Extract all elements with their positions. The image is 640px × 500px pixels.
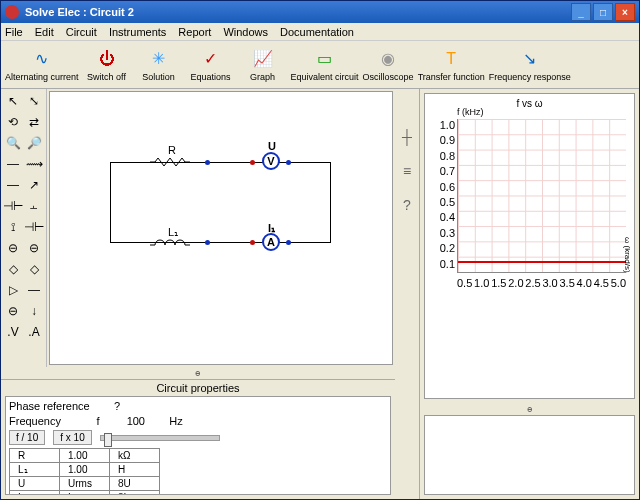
toolbar-transfer-function[interactable]: TTransfer function: [418, 43, 485, 87]
x-axis: 0.51.01.52.02.53.03.54.04.55.0: [457, 277, 626, 289]
info-panel: [424, 415, 635, 495]
node: [205, 240, 210, 245]
properties-panel: Circuit properties Phase reference ? Fre…: [1, 379, 395, 499]
menu-report[interactable]: Report: [178, 26, 211, 38]
toolbar-frequency-response[interactable]: ↘Frequency response: [489, 43, 571, 87]
palette-tool-12[interactable]: ⟟: [3, 217, 23, 237]
zoom-icon[interactable]: ≡: [403, 163, 411, 179]
freq-value: 100: [127, 415, 145, 427]
phase-ref-label: Phase reference: [9, 400, 90, 412]
freq-label: Frequency: [9, 415, 61, 427]
palette-tool-16[interactable]: ◇: [3, 259, 23, 279]
palette-tool-15[interactable]: ⊖: [24, 238, 44, 258]
node: [250, 240, 255, 245]
toolbar-alternating-current[interactable]: ∿Alternating current: [5, 43, 79, 87]
palette-tool-0[interactable]: ↖: [3, 91, 23, 111]
freq-div-button[interactable]: f / 10: [9, 430, 45, 445]
palette-tool-3[interactable]: ⇄: [24, 112, 44, 132]
menu-instruments[interactable]: Instruments: [109, 26, 166, 38]
plot-area[interactable]: f (kHz) 1.00.90.80.70.60.50.40.30.20.1 ω…: [429, 113, 630, 293]
toolbar-equivalent-circuit[interactable]: ▭Equivalent circuit: [291, 43, 359, 87]
window-title: Solve Elec : Circuit 2: [25, 6, 571, 18]
menu-windows[interactable]: Windows: [223, 26, 268, 38]
palette-tool-18[interactable]: ▷: [3, 280, 23, 300]
toolbar-switch-off[interactable]: ⏻Switch off: [83, 43, 131, 87]
menu-edit[interactable]: Edit: [35, 26, 54, 38]
toolbar-equations[interactable]: ✓Equations: [187, 43, 235, 87]
label-r: R: [168, 144, 176, 156]
properties-title: Circuit properties: [1, 380, 395, 396]
hscroll-plot: ө: [420, 403, 639, 415]
palette-tool-22[interactable]: .V: [3, 322, 23, 342]
app-icon: [5, 5, 19, 19]
palette-tool-20[interactable]: ⊖: [3, 301, 23, 321]
palette-tool-4[interactable]: 🔍: [3, 133, 23, 153]
tool-palette: ↖⤡⟲⇄🔍🔎—⟿—↗⊣⊢⫠⟟⊣⊢⊖⊖◇◇▷—⊖↓.V.A: [1, 89, 47, 367]
plot-ylabel: f (kHz): [457, 107, 484, 117]
palette-tool-2[interactable]: ⟲: [3, 112, 23, 132]
palette-tool-14[interactable]: ⊖: [3, 238, 23, 258]
close-button[interactable]: ×: [615, 3, 635, 21]
menu-circuit[interactable]: Circuit: [66, 26, 97, 38]
palette-tool-7[interactable]: ⟿: [24, 154, 44, 174]
menubar: File Edit Circuit Instruments Report Win…: [1, 23, 639, 41]
toolbar: ∿Alternating current⏻Switch off✳Solution…: [1, 41, 639, 89]
palette-tool-19[interactable]: —: [24, 280, 44, 300]
freq-mul-button[interactable]: f x 10: [53, 430, 91, 445]
palette-tool-10[interactable]: ⊣⊢: [3, 196, 23, 216]
menu-documentation[interactable]: Documentation: [280, 26, 354, 38]
palette-tool-8[interactable]: —: [3, 175, 23, 195]
freq-unit: Hz: [169, 415, 182, 427]
palette-tool-5[interactable]: 🔎: [24, 133, 44, 153]
menu-file[interactable]: File: [5, 26, 23, 38]
plot-grid: [457, 119, 626, 273]
palette-tool-17[interactable]: ◇: [24, 259, 44, 279]
node: [286, 240, 291, 245]
phase-ref-value: ?: [114, 400, 120, 412]
voltmeter-icon[interactable]: V: [262, 152, 280, 170]
y-axis: 1.00.90.80.70.60.50.40.30.20.1: [429, 119, 455, 273]
label-u: U: [268, 140, 276, 152]
properties-table: R1.00kΩL₁1.00HUUrms8UI₁I₁rms8I₁: [9, 448, 160, 495]
toolbar-oscilloscope[interactable]: ◉Oscilloscope: [363, 43, 414, 87]
plot-xlabel: ω (krad/s): [623, 237, 632, 273]
palette-tool-21[interactable]: ↓: [24, 301, 44, 321]
maximize-button[interactable]: □: [593, 3, 613, 21]
palette-tool-11[interactable]: ⫠: [24, 196, 44, 216]
palette-tool-13[interactable]: ⊣⊢: [24, 217, 44, 237]
inductor-icon[interactable]: [150, 237, 190, 249]
plot-panel: f vs ω f (kHz) 1.00.90.80.70.60.50.40.30…: [424, 93, 635, 399]
resistor-icon[interactable]: [150, 157, 190, 167]
ammeter-icon[interactable]: A: [262, 233, 280, 251]
freq-slider[interactable]: [100, 435, 220, 441]
axes-icon[interactable]: ┼: [402, 129, 412, 145]
node: [250, 160, 255, 165]
titlebar: Solve Elec : Circuit 2 _ □ ×: [1, 1, 639, 23]
palette-tool-6[interactable]: —: [3, 154, 23, 174]
toolbar-solution[interactable]: ✳Solution: [135, 43, 183, 87]
minimize-button[interactable]: _: [571, 3, 591, 21]
palette-tool-1[interactable]: ⤡: [24, 91, 44, 111]
node: [286, 160, 291, 165]
plot-side-controls: ┼ ≡ ?: [395, 89, 419, 499]
help-icon[interactable]: ?: [403, 197, 411, 213]
circuit-canvas[interactable]: R U V L₁ I₁ A: [49, 91, 393, 365]
node: [205, 160, 210, 165]
freq-sym: f: [96, 415, 99, 427]
hscroll-indicator: ө: [1, 367, 395, 379]
palette-tool-23[interactable]: .A: [24, 322, 44, 342]
plot-line: [458, 261, 626, 263]
palette-tool-9[interactable]: ↗: [24, 175, 44, 195]
toolbar-graph[interactable]: 📈Graph: [239, 43, 287, 87]
